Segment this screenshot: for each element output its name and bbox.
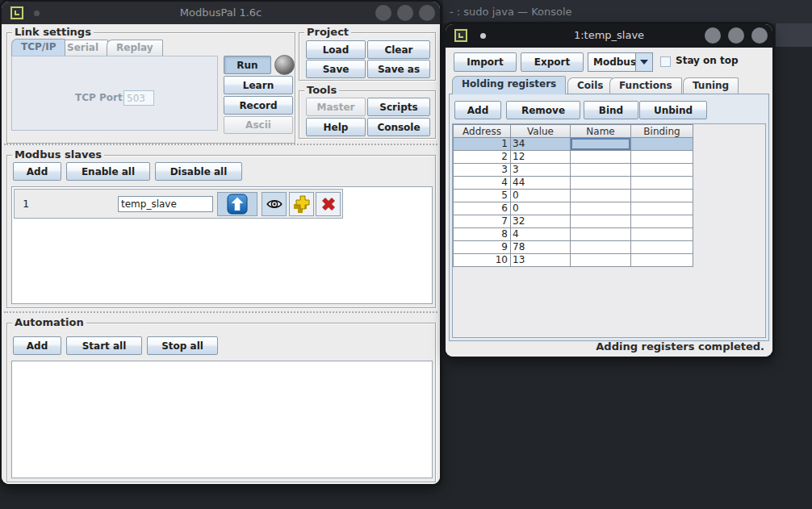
tab-tcpip[interactable]: TCP/IP — [11, 39, 65, 56]
cell-name[interactable] — [571, 202, 631, 215]
table-row[interactable]: 7 32 — [453, 215, 693, 228]
cell-address[interactable]: 5 — [453, 190, 511, 202]
cell-value[interactable]: 4 — [511, 228, 571, 241]
cell-address[interactable]: 7 — [453, 215, 511, 228]
cell-value[interactable]: 13 — [511, 254, 571, 267]
cell-binding[interactable] — [631, 151, 693, 164]
cell-value[interactable]: 3 — [511, 164, 571, 177]
load-button[interactable]: Load — [306, 40, 366, 59]
add-register-button[interactable]: Add — [454, 101, 501, 119]
learn-button[interactable]: Learn — [224, 76, 293, 94]
table-row[interactable]: 6 0 — [453, 202, 693, 215]
scripts-button[interactable]: Scripts — [367, 98, 430, 116]
cell-address[interactable]: 1 — [453, 138, 511, 151]
cell-binding[interactable] — [631, 254, 693, 267]
modbuspal-titlebar[interactable]: ModbusPal 1.6c — [2, 2, 440, 24]
maximize-button-2[interactable] — [728, 27, 744, 44]
cell-value[interactable]: 34 — [511, 138, 571, 151]
cell-binding[interactable] — [631, 228, 693, 241]
table-row[interactable]: 5 0 — [453, 190, 693, 202]
export-button[interactable]: Export — [521, 52, 584, 72]
cell-value[interactable]: 32 — [511, 215, 571, 228]
cell-name[interactable] — [571, 215, 631, 228]
cell-binding[interactable] — [631, 202, 693, 215]
tab-functions[interactable]: Functions — [609, 77, 682, 94]
table-row[interactable]: 4 44 — [453, 177, 693, 190]
tab-coils[interactable]: Coils — [567, 77, 613, 94]
cell-name[interactable] — [571, 177, 631, 190]
table-row[interactable]: 2 12 — [453, 151, 693, 164]
duplicate-slave-button[interactable] — [289, 192, 314, 216]
cell-binding[interactable] — [631, 215, 693, 228]
header-name[interactable]: Name — [571, 124, 631, 138]
cell-name[interactable] — [571, 151, 631, 164]
minimize-button[interactable] — [375, 5, 391, 21]
record-button[interactable]: Record — [224, 96, 293, 115]
delete-slave-button[interactable] — [316, 192, 341, 216]
tab-tuning[interactable]: Tuning — [683, 77, 739, 94]
minimize-button-2[interactable] — [705, 27, 721, 44]
cell-address[interactable]: 2 — [453, 151, 511, 164]
cell-value[interactable]: 44 — [511, 177, 571, 190]
cell-address[interactable]: 4 — [453, 177, 511, 190]
run-button[interactable]: Run — [224, 56, 271, 74]
import-button[interactable]: Import — [454, 52, 517, 72]
remove-register-button[interactable]: Remove — [506, 101, 580, 119]
cell-value[interactable]: 0 — [511, 202, 571, 215]
header-value[interactable]: Value — [511, 124, 571, 138]
save-button[interactable]: Save — [306, 60, 366, 78]
tab-replay[interactable]: Replay — [107, 40, 163, 56]
clear-button[interactable]: Clear — [367, 40, 430, 59]
cell-name[interactable] — [571, 254, 631, 267]
start-all-button[interactable]: Start all — [66, 336, 142, 355]
temp-slave-titlebar[interactable]: 1:temp_slave — [446, 24, 772, 48]
table-row[interactable]: 10 13 — [453, 254, 693, 267]
table-row[interactable]: 1 34 — [453, 138, 693, 151]
console-button[interactable]: Console — [367, 118, 430, 136]
close-button[interactable] — [419, 5, 435, 21]
cell-binding[interactable] — [631, 190, 693, 202]
help-button[interactable]: Help — [306, 118, 366, 136]
cell-value[interactable]: 78 — [511, 241, 571, 254]
tcp-port-field[interactable] — [123, 90, 154, 106]
tab-holding-registers[interactable]: Holding registers — [452, 76, 566, 94]
maximize-button[interactable] — [397, 5, 413, 21]
cell-address[interactable]: 6 — [453, 202, 511, 215]
cell-value[interactable]: 12 — [511, 151, 571, 164]
slave-row[interactable]: 1 — [14, 189, 343, 219]
add-automation-button[interactable]: Add — [13, 336, 61, 355]
show-slave-button[interactable] — [262, 192, 287, 216]
cell-address[interactable]: 3 — [453, 164, 511, 177]
save-as-button[interactable]: Save as — [367, 60, 430, 78]
stop-all-button[interactable]: Stop all — [147, 336, 218, 355]
cell-binding[interactable] — [631, 138, 693, 151]
slave-name-field[interactable] — [118, 196, 213, 212]
cell-name-focused[interactable] — [571, 138, 631, 151]
cell-address[interactable]: 8 — [453, 228, 511, 241]
disable-all-button[interactable]: Disable all — [155, 162, 242, 181]
cell-address[interactable]: 9 — [453, 241, 511, 254]
cell-binding[interactable] — [631, 177, 693, 190]
mode-select[interactable]: Modbus — [588, 52, 653, 72]
close-button-2[interactable] — [751, 27, 768, 44]
cell-name[interactable] — [571, 190, 631, 202]
bind-button[interactable]: Bind — [584, 101, 638, 119]
stay-on-top-checkbox[interactable] — [660, 56, 671, 67]
header-binding[interactable]: Binding — [631, 124, 693, 138]
table-header-row[interactable]: Address Value Name Binding — [453, 124, 693, 138]
cell-name[interactable] — [571, 164, 631, 177]
table-row[interactable]: 3 3 — [453, 164, 693, 177]
slave-enable-toggle[interactable] — [217, 192, 257, 216]
enable-all-button[interactable]: Enable all — [66, 162, 150, 181]
cell-name[interactable] — [571, 228, 631, 241]
cell-name[interactable] — [571, 241, 631, 254]
cell-address[interactable]: 10 — [453, 254, 511, 267]
add-slave-button[interactable]: Add — [13, 162, 61, 181]
cell-binding[interactable] — [631, 164, 693, 177]
table-row[interactable]: 8 4 — [453, 228, 693, 241]
table-row[interactable]: 9 78 — [453, 241, 693, 254]
cell-value[interactable]: 0 — [511, 190, 571, 202]
header-address[interactable]: Address — [453, 124, 511, 138]
cell-binding[interactable] — [631, 241, 693, 254]
unbind-button[interactable]: Unbind — [639, 101, 707, 119]
